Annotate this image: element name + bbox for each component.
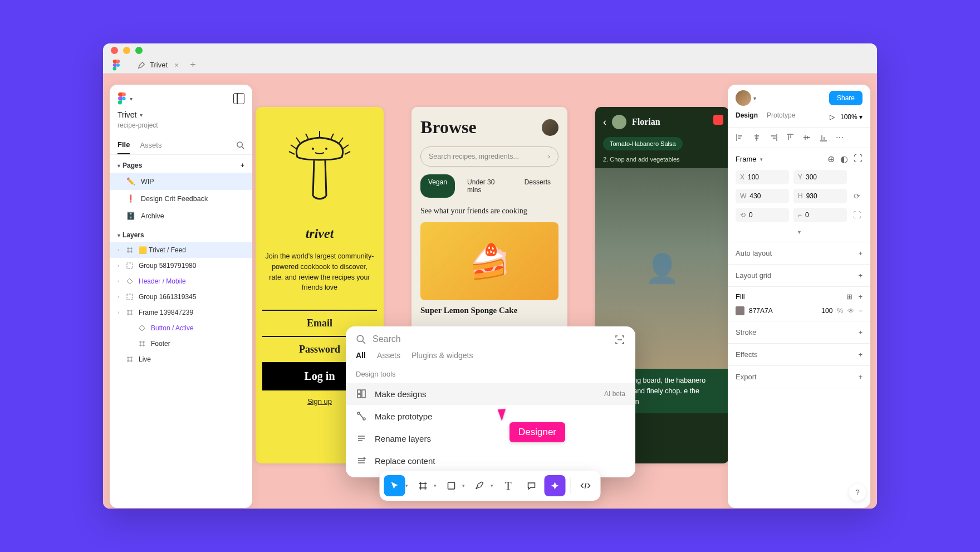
zoom-level[interactable]: 100% ▾	[840, 113, 863, 121]
align-left-icon[interactable]	[736, 133, 744, 142]
color-swatch[interactable]	[736, 306, 744, 315]
tab-trivet[interactable]: Trivet ×	[133, 58, 183, 72]
contrast-icon[interactable]: ◐	[840, 154, 848, 164]
layer-item[interactable]: ›Header / Mobile	[110, 273, 252, 289]
layer-item[interactable]: ›🟨 Trivet / Feed	[110, 242, 252, 258]
palette-item-make-prototype[interactable]: Make prototype	[346, 405, 635, 427]
plus-icon[interactable]: +	[858, 292, 863, 301]
comment-tool[interactable]	[521, 475, 542, 496]
remove-icon[interactable]: −	[859, 307, 863, 315]
user-menu[interactable]: ▾	[736, 90, 756, 106]
canvas[interactable]: trivet Join the world's largest communit…	[103, 74, 877, 509]
tab-file[interactable]: File	[117, 136, 130, 154]
dev-mode-tool[interactable]	[575, 475, 596, 496]
plus-icon[interactable]: +	[858, 249, 863, 257]
main-menu-button[interactable]: ▾	[117, 92, 133, 105]
export-section[interactable]: Export+	[728, 366, 870, 388]
text-tool[interactable]: T	[498, 475, 519, 496]
search-input[interactable]: Search recipes, ingredients... ›	[420, 146, 558, 167]
pill-under30[interactable]: Under 30 mins	[459, 174, 512, 198]
auto-layout-section[interactable]: Auto layout+	[728, 242, 870, 265]
target-icon[interactable]: ⊕	[827, 154, 835, 164]
shape-tool[interactable]	[441, 475, 462, 496]
pages-section-header[interactable]: ▾Pages +	[110, 155, 252, 173]
page-wip[interactable]: ✏️WIP	[110, 173, 252, 190]
tab-assets[interactable]: Assets	[140, 136, 161, 154]
layer-item[interactable]: ›Group 1661319345	[110, 289, 252, 305]
align-top-icon[interactable]	[786, 133, 795, 142]
tab-design[interactable]: Design	[736, 111, 758, 123]
plus-icon[interactable]: +	[858, 271, 863, 280]
back-icon[interactable]: ‹	[603, 116, 606, 128]
chevron-down-icon[interactable]: ▾	[434, 483, 437, 489]
recipe-tag[interactable]: Tomato-Habanero Salsa	[603, 137, 683, 150]
chevron-down-icon[interactable]: ▾	[462, 483, 465, 489]
layer-item[interactable]: ›Frame 139847239	[110, 305, 252, 320]
fill-opacity[interactable]: 100	[821, 307, 832, 315]
fill-hex[interactable]: 877A7A	[749, 307, 773, 315]
layers-section-header[interactable]: ▾Layers	[110, 224, 252, 242]
expand-icon[interactable]: ⛶	[854, 154, 863, 164]
x-field[interactable]: X100	[736, 170, 789, 184]
plus-icon[interactable]: +	[858, 373, 863, 381]
avatar[interactable]	[542, 119, 558, 136]
layer-item[interactable]: Button / Active	[110, 320, 252, 336]
frame-tool[interactable]	[413, 475, 434, 496]
palette-item-make-designs[interactable]: Make designs AI beta	[346, 383, 635, 405]
window-minimize-button[interactable]	[123, 47, 130, 54]
layer-item[interactable]: Live	[110, 351, 252, 367]
styles-icon[interactable]: ⊞	[846, 292, 852, 301]
link-icon[interactable]: ⟳	[851, 192, 863, 201]
figma-logo-icon[interactable]	[111, 60, 122, 71]
pen-tool[interactable]	[469, 475, 491, 496]
frame-dropdown[interactable]: Frame▾	[736, 155, 763, 163]
y-field[interactable]: Y300	[793, 170, 847, 184]
project-name[interactable]: Trivet▾	[110, 110, 252, 121]
more-icon[interactable]: ⋯	[836, 133, 844, 142]
palette-tab-assets[interactable]: Assets	[377, 351, 400, 360]
move-tool[interactable]	[384, 475, 405, 496]
layer-item[interactable]: ›Group 5819791980	[110, 258, 252, 273]
pill-vegan[interactable]: Vegan	[420, 174, 455, 198]
plus-icon[interactable]: +	[858, 328, 863, 336]
layout-grid-section[interactable]: Layout grid+	[728, 265, 870, 287]
avatar[interactable]	[612, 115, 626, 129]
stroke-section[interactable]: Stroke+	[728, 321, 870, 344]
plus-icon[interactable]: +	[858, 350, 863, 359]
recipe-image[interactable]: 🍰	[420, 222, 558, 300]
expand-more-icon[interactable]: ▾	[736, 227, 863, 235]
rotation-field[interactable]: ⟲0	[736, 208, 789, 222]
page-design-crit[interactable]: ❗Design Crit Feedback	[110, 190, 252, 207]
new-tab-button[interactable]: +	[190, 59, 196, 71]
align-bottom-icon[interactable]	[819, 133, 828, 142]
search-icon[interactable]	[236, 141, 244, 149]
radius-field[interactable]: ⌐0	[793, 208, 847, 222]
preview-icon[interactable]: ▷	[830, 113, 835, 121]
layer-item[interactable]: Footer	[110, 336, 252, 351]
page-archive[interactable]: 🗄️Archive	[110, 207, 252, 224]
panel-toggle-icon[interactable]	[233, 93, 244, 104]
add-page-icon[interactable]: +	[241, 162, 244, 169]
palette-tab-all[interactable]: All	[356, 351, 366, 360]
w-field[interactable]: W430	[736, 189, 789, 203]
palette-search-input[interactable]: Search	[373, 334, 401, 344]
visibility-icon[interactable]: 👁	[847, 307, 854, 315]
ai-tool[interactable]	[545, 475, 566, 496]
align-center-h-icon[interactable]	[752, 133, 761, 142]
palette-tab-plugins[interactable]: Plugins & widgets	[411, 351, 473, 360]
align-center-v-icon[interactable]	[802, 133, 811, 142]
h-field[interactable]: H930	[793, 189, 847, 203]
effects-section[interactable]: Effects+	[728, 344, 870, 366]
palette-item-rename-layers[interactable]: Rename layers	[346, 427, 635, 450]
window-close-button[interactable]	[111, 47, 118, 54]
close-icon[interactable]: ×	[174, 61, 179, 70]
pill-desserts[interactable]: Desserts	[517, 174, 558, 198]
corners-icon[interactable]: ⛶	[851, 211, 863, 219]
chevron-down-icon[interactable]: ▾	[491, 483, 493, 489]
tab-prototype[interactable]: Prototype	[767, 111, 795, 123]
palette-item-replace-content[interactable]: Replace content	[346, 450, 635, 472]
scan-icon[interactable]	[614, 334, 625, 345]
help-button[interactable]: ?	[849, 484, 866, 501]
chevron-down-icon[interactable]: ▾	[405, 483, 408, 489]
window-maximize-button[interactable]	[135, 47, 143, 54]
